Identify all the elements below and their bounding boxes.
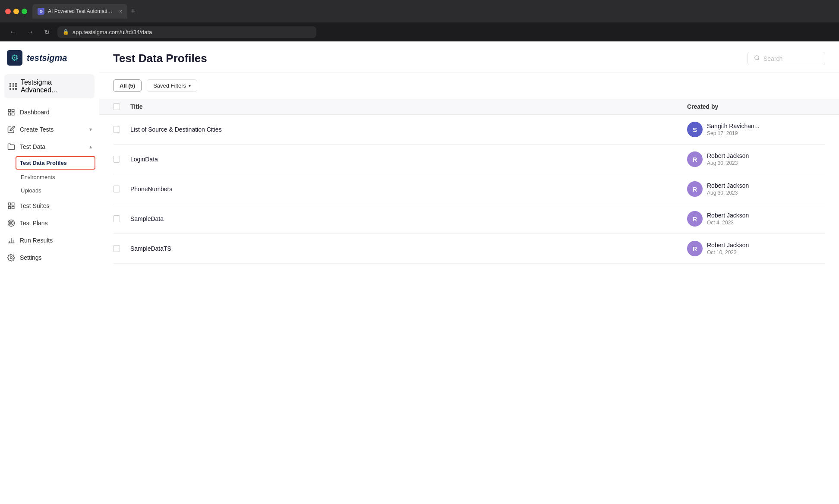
- row-title-4[interactable]: SampleData: [130, 215, 687, 222]
- creator-name-2: Robert Jackson: [707, 152, 749, 159]
- row-title-2[interactable]: LoginData: [130, 156, 687, 163]
- creator-date-4: Oct 4, 2023: [707, 220, 749, 226]
- creator-name-3: Robert Jackson: [707, 182, 749, 189]
- sidebar-item-label: Settings: [20, 254, 92, 261]
- sidebar-item-run-results[interactable]: Run Results: [0, 232, 99, 249]
- sidebar: ⚙ testsigma Testsigma Advanced... Dashbo…: [0, 41, 99, 504]
- row-checkbox-3[interactable]: [113, 186, 120, 192]
- creator-info-4: Robert Jackson Oct 4, 2023: [707, 212, 749, 226]
- table-row: PhoneNumbers R Robert Jackson Aug 30, 20…: [113, 174, 825, 204]
- tab-favicon: ⚙: [38, 8, 44, 15]
- creator-info-1: Sangith Ravichan... Sep 17, 2019: [707, 123, 759, 136]
- sidebar-item-label: Dashboard: [20, 109, 92, 116]
- table-row: List of Source & Destination Cities S Sa…: [113, 115, 825, 145]
- sidebar-item-dashboard[interactable]: Dashboard: [0, 104, 99, 121]
- browser-chrome: ⚙ AI Powered Test Automation P × +: [0, 0, 839, 22]
- chevron-down-icon: ▾: [89, 126, 92, 132]
- table-header: Title Created by: [99, 99, 839, 115]
- creator-date-1: Sep 17, 2019: [707, 130, 759, 136]
- sidebar-item-test-plans[interactable]: Test Plans: [0, 214, 99, 232]
- url-bar[interactable]: 🔒 app.testsigma.com/ui/td/34/data: [57, 26, 316, 38]
- edit-icon: [7, 125, 16, 134]
- sidebar-subitem-uploads[interactable]: Uploads: [0, 184, 99, 197]
- new-tab-button[interactable]: +: [131, 7, 136, 15]
- creator-date-5: Oct 10, 2023: [707, 249, 749, 255]
- main-content: Test Data Profiles Search All (5) Saved …: [99, 41, 839, 504]
- sidebar-subitem-environments[interactable]: Environments: [0, 170, 99, 184]
- tab-close-button[interactable]: ×: [120, 9, 122, 14]
- creator-cell-4: R Robert Jackson Oct 4, 2023: [687, 211, 825, 227]
- row-checkbox-2[interactable]: [113, 156, 120, 163]
- sidebar-item-settings[interactable]: Settings: [0, 249, 99, 266]
- saved-filters-label: Saved Filters: [153, 82, 186, 89]
- creator-info-3: Robert Jackson Aug 30, 2023: [707, 182, 749, 196]
- avatar-2: R: [687, 151, 703, 167]
- row-checkbox-4[interactable]: [113, 215, 120, 222]
- traffic-light-green[interactable]: [22, 9, 27, 14]
- svg-line-17: [758, 59, 760, 60]
- lock-icon: 🔒: [63, 29, 69, 35]
- avatar-5: R: [687, 241, 703, 256]
- sidebar-subitem-test-data-profiles[interactable]: Test Data Profiles: [16, 156, 95, 170]
- sidebar-item-label: Test Plans: [20, 220, 92, 227]
- workspace-selector[interactable]: Testsigma Advanced...: [4, 74, 95, 98]
- svg-rect-7: [8, 207, 10, 209]
- logo-area: ⚙ testsigma: [0, 41, 99, 72]
- created-by-col-header: Created by: [687, 103, 825, 110]
- row-title-1[interactable]: List of Source & Destination Cities: [130, 126, 687, 133]
- creator-cell-3: R Robert Jackson Aug 30, 2023: [687, 181, 825, 197]
- svg-point-15: [10, 257, 13, 259]
- row-checkbox-5[interactable]: [113, 245, 120, 252]
- address-bar: ← → ↻ 🔒 app.testsigma.com/ui/td/34/data: [0, 22, 839, 41]
- row-title-3[interactable]: PhoneNumbers: [130, 186, 687, 192]
- filter-all-button[interactable]: All (5): [113, 79, 142, 92]
- search-icon: [754, 55, 760, 62]
- creator-date-2: Aug 30, 2023: [707, 160, 749, 166]
- app-container: ⚙ testsigma Testsigma Advanced... Dashbo…: [0, 41, 839, 504]
- sidebar-nav: Dashboard Create Tests ▾ Test Data ▴ Tes…: [0, 102, 99, 268]
- sidebar-item-label: Run Results: [20, 237, 92, 244]
- browser-tab[interactable]: ⚙ AI Powered Test Automation P ×: [32, 4, 127, 19]
- gear-icon: ⚙: [11, 53, 19, 63]
- creator-cell-2: R Robert Jackson Aug 30, 2023: [687, 151, 825, 167]
- svg-rect-6: [12, 207, 14, 209]
- traffic-light-red[interactable]: [5, 9, 11, 14]
- creator-date-3: Aug 30, 2023: [707, 190, 749, 196]
- avatar-4: R: [687, 211, 703, 227]
- page-title: Test Data Profiles: [113, 52, 207, 65]
- dashboard-icon: [7, 108, 16, 117]
- settings-icon: [7, 253, 16, 262]
- svg-point-16: [755, 56, 759, 60]
- data-table: Title Created by List of Source & Destin…: [99, 99, 839, 504]
- nav-back-button[interactable]: ←: [7, 26, 19, 38]
- creator-name-5: Robert Jackson: [707, 242, 749, 249]
- saved-filters-button[interactable]: Saved Filters ▾: [147, 79, 197, 92]
- row-checkbox-1[interactable]: [113, 126, 120, 133]
- sidebar-item-label: Test Data: [20, 143, 85, 150]
- traffic-light-yellow[interactable]: [13, 9, 19, 14]
- row-title-5[interactable]: SampleDataTS: [130, 245, 687, 252]
- table-row: SampleData R Robert Jackson Oct 4, 2023: [113, 204, 825, 234]
- workspace-name: Testsigma Advanced...: [21, 79, 89, 94]
- creator-cell-5: R Robert Jackson Oct 10, 2023: [687, 241, 825, 256]
- test-suites-icon: [7, 202, 16, 210]
- nav-reload-button[interactable]: ↻: [41, 26, 52, 38]
- svg-rect-1: [12, 109, 14, 111]
- logo-text: testsigma: [27, 53, 67, 63]
- creator-info-2: Robert Jackson Aug 30, 2023: [707, 152, 749, 166]
- svg-rect-4: [8, 203, 10, 205]
- url-text: app.testsigma.com/ui/td/34/data: [73, 29, 152, 35]
- tab-bar: ⚙ AI Powered Test Automation P × +: [32, 4, 834, 19]
- sidebar-item-test-suites[interactable]: Test Suites: [0, 197, 99, 214]
- sidebar-item-test-data[interactable]: Test Data ▴: [0, 138, 99, 155]
- nav-forward-button[interactable]: →: [24, 26, 36, 38]
- search-bar[interactable]: Search: [748, 52, 825, 65]
- chevron-up-icon: ▴: [89, 144, 92, 150]
- creator-name-1: Sangith Ravichan...: [707, 123, 759, 129]
- chevron-down-icon: ▾: [189, 83, 191, 88]
- sidebar-item-create-tests[interactable]: Create Tests ▾: [0, 121, 99, 138]
- svg-rect-5: [12, 203, 14, 205]
- svg-rect-2: [12, 113, 14, 115]
- select-all-checkbox[interactable]: [113, 103, 120, 110]
- creator-cell-1: S Sangith Ravichan... Sep 17, 2019: [687, 122, 825, 137]
